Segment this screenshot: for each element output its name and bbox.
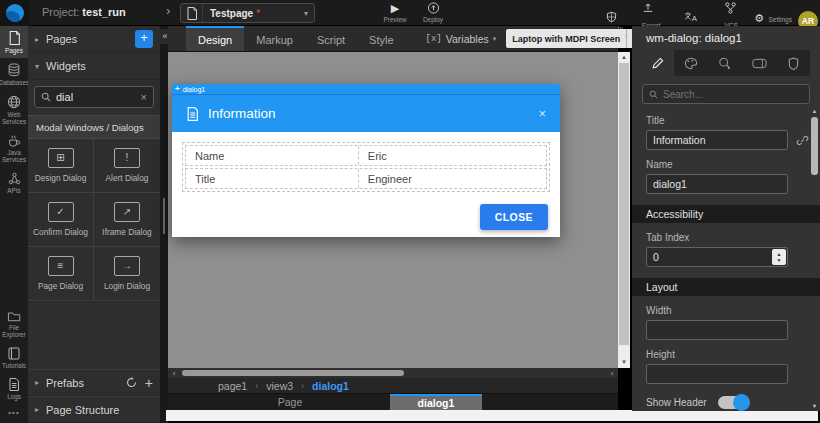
height-field-label: Height xyxy=(646,349,806,360)
dialog-footer: CLOSE xyxy=(172,196,560,237)
bottom-tab-page[interactable]: Page xyxy=(235,394,345,410)
scroll-left-icon[interactable]: ‹ xyxy=(168,369,180,378)
collapse-left-panel-button[interactable]: « xyxy=(159,29,171,44)
canvas-vertical-scrollbar[interactable]: ▲ ▼ xyxy=(618,52,630,368)
tab-security[interactable] xyxy=(777,50,809,76)
search-icon xyxy=(41,92,51,102)
sidebar-item-logs[interactable]: Logs xyxy=(0,373,28,404)
name-field[interactable] xyxy=(646,174,788,194)
widget-page-dialog[interactable]: ≡ Page Dialog xyxy=(28,247,94,301)
widget-selection-tag[interactable]: + dialog1 xyxy=(172,84,560,95)
deploy-button[interactable]: Deploy xyxy=(416,2,450,23)
tab-script[interactable]: Script xyxy=(305,26,357,51)
panel-divider[interactable] xyxy=(160,26,168,423)
section-accessibility[interactable]: Accessibility xyxy=(632,205,820,223)
preview-button[interactable]: ▶ Preview xyxy=(378,2,412,23)
bottom-tab-dialog1[interactable]: dialog1 xyxy=(390,394,482,410)
widget-design-dialog[interactable]: ⊞ Design Dialog xyxy=(28,139,94,193)
breadcrumb-dialog1[interactable]: dialog1 xyxy=(312,380,349,392)
chevron-right-icon: ▸ xyxy=(35,378,46,387)
widget-login-dialog[interactable]: → Login Dialog xyxy=(94,247,160,301)
scroll-down-icon[interactable]: ▼ xyxy=(618,357,630,368)
name-field-label: Name xyxy=(646,159,806,170)
stepper-down-icon[interactable]: ▼ xyxy=(777,257,782,263)
widget-search-input[interactable] xyxy=(56,91,141,103)
section-layout[interactable]: Layout xyxy=(632,278,820,296)
canvas-horizontal-scrollbar[interactable]: ‹ › xyxy=(168,368,618,378)
property-search-input[interactable] xyxy=(663,89,803,100)
scroll-down-icon[interactable]: ▼ xyxy=(810,403,819,409)
divider-grip[interactable] xyxy=(163,198,165,234)
bind-link-icon[interactable] xyxy=(796,134,809,147)
breadcrumb: page1 › view3 › dialog1 xyxy=(168,378,618,394)
variables-button[interactable]: [x] Variables ▾ xyxy=(426,26,497,51)
tab-device[interactable] xyxy=(743,50,775,76)
sidebar-item-java-services[interactable]: Java Services xyxy=(0,129,28,167)
refresh-icon[interactable] xyxy=(126,377,137,388)
show-header-toggle[interactable] xyxy=(718,396,748,409)
pages-accordion-header[interactable]: ▸ Pages + xyxy=(28,26,160,53)
sidebar-item-web-services[interactable]: Web Services xyxy=(0,90,28,129)
unsaved-indicator: * xyxy=(256,8,260,19)
breadcrumb-page1[interactable]: page1 xyxy=(218,380,247,392)
widgets-accordion-header[interactable]: ▾ Widgets xyxy=(28,53,160,80)
dialog-close-button[interactable]: CLOSE xyxy=(480,204,548,230)
chevron-down-icon: ▾ xyxy=(35,62,46,71)
widget-confirm-dialog[interactable]: ✓ Confirm Dialog xyxy=(28,193,94,247)
app-logo[interactable] xyxy=(0,0,30,26)
widget-group-header: Modal Windows / Dialogs xyxy=(28,115,160,139)
page-structure-accordion-header[interactable]: ▸ Page Structure xyxy=(28,396,160,423)
breadcrumb-view3[interactable]: view3 xyxy=(266,380,293,392)
grid-row[interactable]: Name Eric xyxy=(185,145,547,166)
tab-markup[interactable]: Markup xyxy=(244,26,305,51)
sidebar-item-apis[interactable]: APIs xyxy=(0,167,28,198)
dialog-close-icon[interactable]: × xyxy=(538,106,546,121)
expand-right-panel-button[interactable]: » xyxy=(620,29,633,44)
add-page-button[interactable]: + xyxy=(135,30,153,48)
design-canvas[interactable]: + dialog1 Information × Name Eric Title … xyxy=(168,52,618,368)
widget-iframe-dialog[interactable]: ↗ Iframe Dialog xyxy=(94,193,160,247)
tab-events[interactable] xyxy=(709,50,741,76)
left-icon-sidebar: Pages Databases Web Services Java Servic… xyxy=(0,26,28,423)
scrollbar-thumb[interactable] xyxy=(811,117,818,175)
toggle-knob xyxy=(733,394,750,411)
globe-icon xyxy=(7,95,21,109)
wavemaker-logo-icon xyxy=(6,4,24,22)
dialog-widget[interactable]: + dialog1 Information × Name Eric Title … xyxy=(172,84,560,237)
height-field[interactable] xyxy=(646,364,788,384)
tab-styles[interactable] xyxy=(675,50,707,76)
prefabs-accordion-header[interactable]: ▸ Prefabs + xyxy=(28,369,160,396)
add-prefab-icon[interactable]: + xyxy=(145,375,153,391)
tab-design[interactable]: Design xyxy=(186,26,244,51)
chevron-down-icon: ▾ xyxy=(493,35,497,43)
width-field[interactable] xyxy=(646,320,788,340)
sidebar-item-pages[interactable]: Pages xyxy=(0,26,28,58)
tab-index-field[interactable] xyxy=(646,247,788,267)
property-search-box xyxy=(642,84,810,104)
sidebar-item-databases[interactable]: Databases xyxy=(0,58,28,90)
widget-alert-dialog[interactable]: ! Alert Dialog xyxy=(94,139,160,193)
scrollbar-thumb[interactable] xyxy=(182,370,404,376)
grid-row[interactable]: Title Engineer xyxy=(185,168,547,189)
sidebar-more-button[interactable]: ••• xyxy=(0,404,28,423)
tab-style[interactable]: Style xyxy=(357,26,405,51)
sidebar-item-tutorials[interactable]: Tutorials xyxy=(0,342,28,373)
dialog-header[interactable]: Information × xyxy=(172,95,560,132)
pointer-gear-icon xyxy=(718,57,732,70)
sidebar-item-file-explorer[interactable]: File Explorer xyxy=(0,305,28,342)
dialog-body[interactable]: Name Eric Title Engineer xyxy=(172,132,560,196)
scroll-up-icon[interactable]: ▲ xyxy=(810,108,819,114)
scrollbar-thumb[interactable] xyxy=(619,63,629,345)
tab-properties[interactable] xyxy=(642,50,674,76)
chevron-right-icon: ▸ xyxy=(35,35,46,44)
page-selector[interactable]: Testpage * ▾ xyxy=(180,3,315,23)
clear-search-icon[interactable]: × xyxy=(141,91,147,103)
scroll-up-icon[interactable]: ▲ xyxy=(618,52,630,63)
chevron-down-icon: ▾ xyxy=(304,9,308,18)
design-dialog-icon: ⊞ xyxy=(48,148,74,168)
scroll-right-icon[interactable]: › xyxy=(606,369,618,378)
title-field[interactable] xyxy=(646,130,788,150)
properties-scrollbar[interactable]: ▲ ▼ xyxy=(810,106,819,411)
number-stepper[interactable]: ▲ ▼ xyxy=(772,249,786,265)
dialog-grid[interactable]: Name Eric Title Engineer xyxy=(182,142,550,192)
